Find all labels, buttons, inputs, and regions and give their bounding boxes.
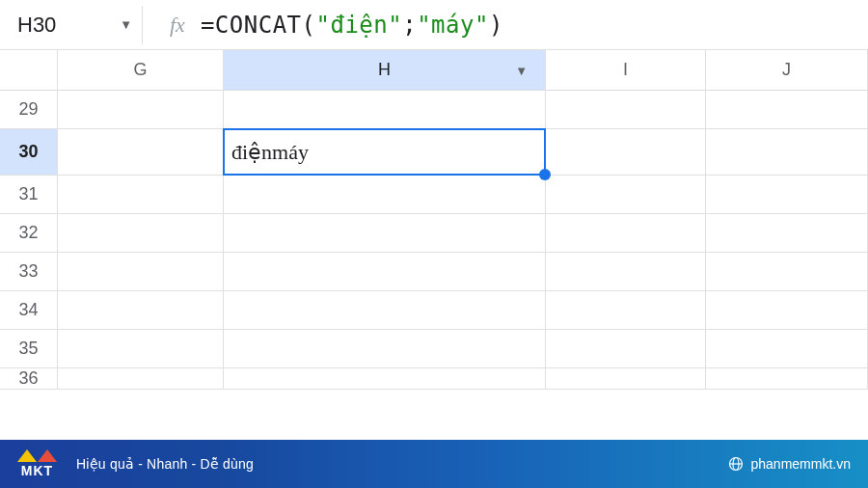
cell-J33[interactable]: [706, 253, 868, 291]
cell-I30[interactable]: [546, 129, 706, 176]
cell-H35[interactable]: [224, 330, 546, 368]
globe-icon: [728, 456, 744, 472]
cell-G32[interactable]: [58, 214, 224, 253]
cell-G36[interactable]: [58, 368, 224, 390]
fx-icon: fx: [170, 13, 185, 38]
cell-H29[interactable]: [224, 91, 546, 129]
row-header[interactable]: 31: [0, 176, 58, 214]
chevron-down-icon[interactable]: ▼: [515, 63, 528, 77]
cell-H31[interactable]: [224, 176, 546, 214]
col-header-i[interactable]: I: [546, 50, 706, 91]
cell-J30[interactable]: [706, 129, 868, 176]
col-header-g[interactable]: G: [58, 50, 224, 91]
brand-name: MKT: [21, 463, 53, 478]
brand-logo: MKT: [17, 449, 57, 478]
row-32: 32: [0, 214, 868, 253]
footer-bar: MKT Hiệu quả - Nhanh - Dễ dùng phanmemmk…: [0, 440, 868, 488]
cell-H33[interactable]: [224, 253, 546, 291]
row-header[interactable]: 32: [0, 214, 58, 253]
cell-H36[interactable]: [224, 368, 546, 390]
formula-input[interactable]: =CONCAT("điện";"máy"): [201, 12, 503, 39]
name-box[interactable]: H30 ▼: [8, 6, 143, 44]
cell-value: điệnmáy: [231, 140, 309, 165]
footer-slogan: Hiệu quả - Nhanh - Dễ dùng: [76, 456, 728, 472]
row-header[interactable]: 36: [0, 368, 58, 390]
cell-G34[interactable]: [58, 291, 224, 330]
cell-G33[interactable]: [58, 253, 224, 291]
cell-J29[interactable]: [706, 91, 868, 129]
select-all-corner[interactable]: [0, 50, 58, 91]
formula-bar-row: H30 ▼ fx =CONCAT("điện";"máy"): [0, 0, 868, 50]
cell-I36[interactable]: [546, 368, 706, 390]
cell-I33[interactable]: [546, 253, 706, 291]
chevron-down-icon[interactable]: ▼: [120, 17, 132, 32]
col-header-j[interactable]: J: [706, 50, 868, 91]
cell-I31[interactable]: [546, 176, 706, 214]
cell-I35[interactable]: [546, 330, 706, 368]
cell-J31[interactable]: [706, 176, 868, 214]
row-35: 35: [0, 330, 868, 368]
cell-H32[interactable]: [224, 214, 546, 253]
row-header[interactable]: 34: [0, 291, 58, 330]
cell-G35[interactable]: [58, 330, 224, 368]
cell-reference: H30: [17, 13, 56, 38]
cell-H30[interactable]: điệnmáy: [224, 129, 546, 176]
cell-I34[interactable]: [546, 291, 706, 330]
spreadsheet-grid: G H ▼ I J 29 30 điệnmáy 31 32: [0, 50, 868, 390]
row-33: 33: [0, 253, 868, 291]
logo-icon: [17, 449, 57, 462]
row-36: 36: [0, 368, 868, 390]
row-header[interactable]: 30: [0, 129, 58, 176]
row-34: 34: [0, 291, 868, 330]
col-header-h[interactable]: H ▼: [224, 50, 546, 91]
cell-G29[interactable]: [58, 91, 224, 129]
cell-J32[interactable]: [706, 214, 868, 253]
cell-J34[interactable]: [706, 291, 868, 330]
formula-bar[interactable]: fx =CONCAT("điện";"máy"): [143, 12, 523, 39]
footer-site[interactable]: phanmemmkt.vn: [728, 456, 851, 472]
cell-J36[interactable]: [706, 368, 868, 390]
site-text: phanmemmkt.vn: [751, 456, 851, 472]
cell-G31[interactable]: [58, 176, 224, 214]
row-29: 29: [0, 91, 868, 129]
cell-G30[interactable]: [58, 129, 224, 176]
row-header[interactable]: 29: [0, 91, 58, 129]
cell-I32[interactable]: [546, 214, 706, 253]
row-header[interactable]: 33: [0, 253, 58, 291]
cell-J35[interactable]: [706, 330, 868, 368]
cell-H34[interactable]: [224, 291, 546, 330]
row-31: 31: [0, 176, 868, 214]
column-headers: G H ▼ I J: [0, 50, 868, 91]
row-30: 30 điệnmáy: [0, 129, 868, 176]
row-header[interactable]: 35: [0, 330, 58, 368]
cell-I29[interactable]: [546, 91, 706, 129]
